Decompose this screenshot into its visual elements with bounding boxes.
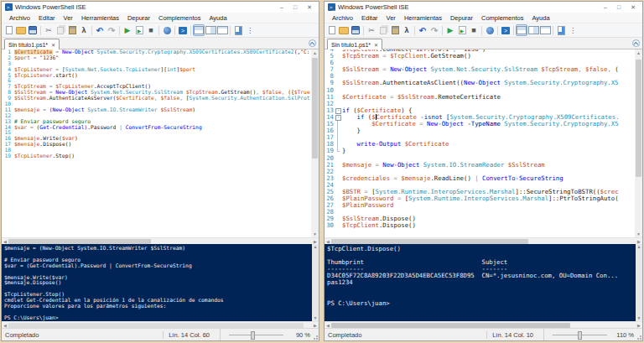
maximize-button[interactable]: □ [612, 3, 626, 13]
layout-max-script-icon[interactable] [539, 24, 551, 36]
collapse-script-pane-icon[interactable] [632, 39, 640, 47]
scroll-up-icon[interactable]: ▲ [636, 244, 642, 250]
save-icon[interactable] [350, 24, 361, 36]
resize-grip[interactable] [312, 334, 318, 340]
title-bar[interactable]: Windows PowerShell ISE – □ ✕ [325, 2, 642, 13]
zoom-slider-thumb[interactable] [251, 331, 255, 340]
scroll-left-icon[interactable]: ◀ [2, 238, 8, 245]
menu-herramientas[interactable]: Herramientas [400, 14, 446, 22]
cut-icon[interactable] [43, 24, 55, 36]
clear-console-icon[interactable] [401, 24, 413, 36]
run-selection-icon[interactable] [456, 24, 468, 36]
overflow-icon[interactable] [567, 24, 579, 36]
new-file-icon[interactable] [326, 24, 338, 36]
menu-editar[interactable]: Editar [34, 14, 60, 22]
undo-icon[interactable] [94, 24, 106, 36]
scrollbar-thumb[interactable] [636, 60, 641, 177]
code-area[interactable]: $Certificate = New-Object System.Securit… [13, 49, 311, 237]
zoom-slider-thumb[interactable] [578, 331, 582, 340]
menu-depurar[interactable]: Depurar [446, 14, 477, 22]
undo-icon[interactable] [417, 24, 428, 36]
menu-ayuda[interactable]: Ayuda [205, 14, 231, 22]
open-folder-icon[interactable] [15, 24, 27, 36]
console-vertical-scrollbar[interactable]: ▲ ▼ [636, 244, 642, 321]
code-folding-column[interactable] [335, 49, 340, 237]
paste-icon[interactable] [389, 24, 401, 36]
editor-vertical-scrollbar[interactable]: ▲ ▼ [311, 49, 319, 237]
console-horizontal-scrollbar[interactable]: ◀ ▶ [2, 321, 319, 328]
save-icon[interactable] [27, 24, 39, 36]
collapse-script-pane-icon[interactable] [309, 39, 316, 47]
minimize-button[interactable]: – [275, 3, 288, 13]
scroll-up-icon[interactable]: ▲ [311, 49, 319, 56]
redo-icon[interactable] [106, 24, 117, 36]
redo-icon[interactable] [428, 24, 440, 36]
open-folder-icon[interactable] [338, 24, 350, 36]
scroll-left-icon[interactable]: ◀ [325, 238, 331, 245]
console-pane[interactable]: $TcpClient.Dispose() Thumbprint Subject … [325, 244, 636, 321]
clear-console-icon[interactable] [78, 24, 90, 36]
powershell-console-icon[interactable] [177, 24, 189, 36]
menu-archivo[interactable]: Archivo [5, 14, 34, 22]
show-script-pane-icon[interactable] [232, 24, 244, 36]
script-tab[interactable]: Sin título1.ps1* ✕ [4, 39, 60, 49]
run-script-icon[interactable] [122, 24, 133, 36]
run-selection-icon[interactable] [133, 24, 145, 36]
menu-editar[interactable]: Editar [357, 14, 382, 22]
scroll-down-icon[interactable]: ▼ [636, 315, 642, 321]
layout-split-right-icon[interactable] [205, 24, 216, 36]
stop-icon[interactable] [468, 24, 480, 36]
menu-depurar[interactable]: Depurar [123, 14, 154, 22]
editor-horizontal-scrollbar[interactable]: ◀ ▶ [325, 237, 642, 244]
minimize-button[interactable]: – [599, 3, 612, 13]
scrollbar-thumb[interactable] [8, 239, 151, 244]
scroll-down-icon[interactable]: ▼ [311, 231, 319, 237]
new-remote-tab-icon[interactable] [161, 24, 173, 36]
run-script-icon[interactable] [444, 24, 456, 36]
menu-ayuda[interactable]: Ayuda [527, 14, 553, 22]
resize-grip[interactable] [636, 334, 641, 340]
copy-icon[interactable] [377, 24, 389, 36]
layout-split-right-icon[interactable] [527, 24, 539, 36]
layout-split-top-icon[interactable] [193, 24, 205, 36]
close-button[interactable]: ✕ [302, 3, 317, 13]
scroll-down-icon[interactable]: ▼ [635, 231, 642, 237]
script-editor[interactable]: 12345678910111213141516171819 $Certifica… [2, 49, 319, 237]
menu-complementos[interactable]: Complementos [477, 14, 527, 22]
maximize-button[interactable]: □ [288, 3, 302, 13]
title-bar[interactable]: Windows PowerShell ISE – □ ✕ [2, 2, 319, 13]
tab-close-icon[interactable]: ✕ [374, 42, 378, 48]
script-tab[interactable]: Sin título1.ps1* ✕ [327, 39, 382, 49]
editor-vertical-scrollbar[interactable]: ▲ ▼ [635, 49, 642, 237]
menu-herramientas[interactable]: Herramientas [77, 14, 123, 22]
copy-icon[interactable] [55, 24, 66, 36]
paste-icon[interactable] [66, 24, 78, 36]
new-file-icon[interactable] [3, 24, 15, 36]
menu-ver[interactable]: Ver [382, 14, 400, 22]
code-area[interactable]: $TcpClient.Connect("127.0.0.1", "1236")$… [340, 49, 635, 237]
powershell-console-icon[interactable] [500, 24, 512, 36]
tab-close-icon[interactable]: ✕ [51, 42, 55, 48]
menu-complementos[interactable]: Complementos [154, 14, 205, 22]
menu-archivo[interactable]: Archivo [328, 14, 357, 22]
console-vertical-scrollbar[interactable]: ▲ ▼ [312, 244, 319, 321]
zoom-slider[interactable] [543, 329, 609, 340]
stop-icon[interactable] [145, 24, 157, 36]
menu-ver[interactable]: Ver [60, 14, 77, 22]
script-editor[interactable]: 4567891011121314151617181920212223242526… [325, 49, 642, 237]
layout-max-script-icon[interactable] [216, 24, 228, 36]
scroll-down-icon[interactable]: ▼ [312, 315, 319, 321]
zoom-slider[interactable] [220, 329, 285, 340]
cut-icon[interactable] [366, 24, 377, 36]
editor-horizontal-scrollbar[interactable]: ◀ ▶ [2, 237, 319, 244]
new-remote-tab-icon[interactable] [484, 24, 496, 36]
scroll-up-icon[interactable]: ▲ [635, 49, 642, 56]
close-button[interactable]: ✕ [626, 3, 641, 13]
scrollbar-thumb[interactable] [331, 239, 528, 244]
console-pane[interactable]: $mensaje = (New-Object System.IO.StreamW… [2, 244, 312, 321]
scrollbar-thumb[interactable] [312, 58, 318, 159]
console-horizontal-scrollbar[interactable]: ◀ ▶ [325, 321, 642, 328]
show-script-pane-icon[interactable] [555, 24, 567, 36]
overflow-icon[interactable] [244, 24, 256, 36]
layout-split-top-icon[interactable] [516, 24, 527, 36]
